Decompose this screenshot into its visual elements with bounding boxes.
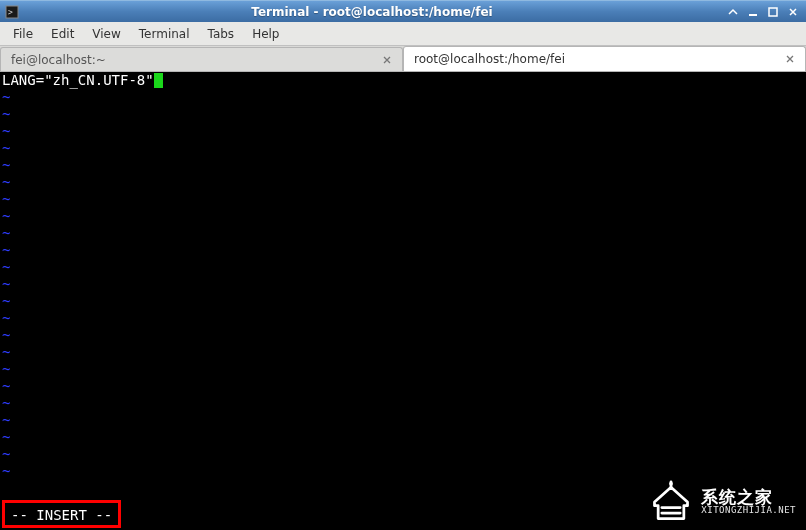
svg-text:>: > bbox=[8, 8, 13, 17]
tab-bar: fei@localhost:~ root@localhost:/home/fei bbox=[0, 46, 806, 72]
editor-empty-line: ~ bbox=[2, 225, 804, 242]
editor-empty-line: ~ bbox=[2, 157, 804, 174]
menu-terminal[interactable]: Terminal bbox=[130, 24, 199, 44]
editor-empty-line: ~ bbox=[2, 463, 804, 480]
editor-empty-line: ~ bbox=[2, 327, 804, 344]
menu-edit[interactable]: Edit bbox=[42, 24, 83, 44]
editor-empty-line: ~ bbox=[2, 123, 804, 140]
editor-empty-line: ~ bbox=[2, 276, 804, 293]
editor-empty-line: ~ bbox=[2, 446, 804, 463]
editor-empty-line: ~ bbox=[2, 378, 804, 395]
menubar: File Edit View Terminal Tabs Help bbox=[0, 22, 806, 46]
editor-empty-line: ~ bbox=[2, 259, 804, 276]
close-icon[interactable] bbox=[380, 53, 394, 67]
editor-empty-line: ~ bbox=[2, 395, 804, 412]
editor-empty-line: ~ bbox=[2, 293, 804, 310]
tab-label: fei@localhost:~ bbox=[11, 53, 374, 67]
tab-label: root@localhost:/home/fei bbox=[414, 52, 777, 66]
text-cursor bbox=[154, 73, 163, 88]
terminal-tab-1[interactable]: fei@localhost:~ bbox=[0, 47, 403, 71]
watermark-text: 系统之家 XITONGZHIJIA.NET bbox=[701, 488, 796, 517]
watermark-main: 系统之家 bbox=[701, 488, 796, 507]
close-button[interactable] bbox=[784, 4, 802, 20]
editor-empty-line: ~ bbox=[2, 89, 804, 106]
editor-line-1: LANG="zh_CN.UTF-8" bbox=[2, 72, 804, 89]
app-icon: > bbox=[4, 4, 20, 20]
window-titlebar: > Terminal - root@localhost:/home/fei bbox=[0, 0, 806, 22]
status-highlight-box: -- INSERT -- bbox=[2, 500, 121, 528]
svg-rect-2 bbox=[749, 14, 757, 16]
editor-empty-line: ~ bbox=[2, 412, 804, 429]
rollup-button[interactable] bbox=[724, 4, 742, 20]
editor-empty-line: ~ bbox=[2, 361, 804, 378]
editor-empty-line: ~ bbox=[2, 344, 804, 361]
maximize-button[interactable] bbox=[764, 4, 782, 20]
window-title: Terminal - root@localhost:/home/fei bbox=[20, 5, 724, 19]
editor-empty-line: ~ bbox=[2, 191, 804, 208]
watermark-sub: XITONGZHIJIA.NET bbox=[701, 506, 796, 516]
editor-empty-line: ~ bbox=[2, 310, 804, 327]
menu-view[interactable]: View bbox=[83, 24, 129, 44]
editor-empty-line: ~ bbox=[2, 140, 804, 157]
editor-empty-line: ~ bbox=[2, 208, 804, 225]
editor-empty-line: ~ bbox=[2, 242, 804, 259]
window-controls bbox=[724, 4, 802, 20]
menu-help[interactable]: Help bbox=[243, 24, 288, 44]
editor-empty-line: ~ bbox=[2, 429, 804, 446]
minimize-button[interactable] bbox=[744, 4, 762, 20]
terminal-tab-2[interactable]: root@localhost:/home/fei bbox=[403, 46, 806, 71]
menu-file[interactable]: File bbox=[4, 24, 42, 44]
svg-point-4 bbox=[669, 482, 673, 486]
house-icon bbox=[649, 480, 693, 524]
file-content: LANG="zh_CN.UTF-8" bbox=[2, 72, 154, 88]
terminal-viewport[interactable]: LANG="zh_CN.UTF-8" ~ ~ ~ ~ ~ ~ ~ ~ ~ ~ ~… bbox=[0, 72, 806, 530]
close-icon[interactable] bbox=[783, 52, 797, 66]
menu-tabs[interactable]: Tabs bbox=[199, 24, 244, 44]
editor-empty-line: ~ bbox=[2, 106, 804, 123]
editor-empty-line: ~ bbox=[2, 174, 804, 191]
watermark: 系统之家 XITONGZHIJIA.NET bbox=[649, 480, 796, 524]
svg-rect-3 bbox=[769, 8, 777, 16]
editor-mode-status: -- INSERT -- bbox=[11, 507, 112, 524]
